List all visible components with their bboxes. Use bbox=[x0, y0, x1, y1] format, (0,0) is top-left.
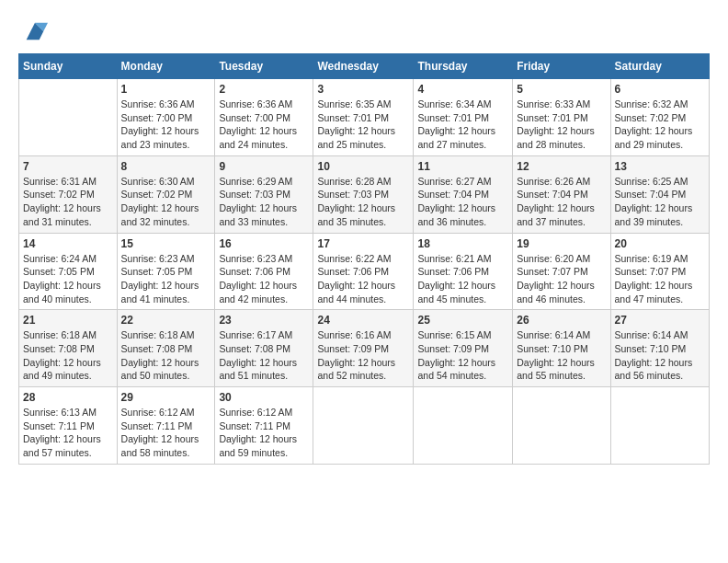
day-number: 15 bbox=[121, 237, 211, 250]
day-number: 29 bbox=[121, 391, 211, 404]
calendar-week-row: 1Sunrise: 6:36 AMSunset: 7:00 PMDaylight… bbox=[19, 79, 710, 156]
calendar-cell: 26Sunrise: 6:14 AMSunset: 7:10 PMDayligh… bbox=[513, 310, 610, 387]
weekday-header-row: SundayMondayTuesdayWednesdayThursdayFrid… bbox=[19, 54, 710, 79]
day-info: Sunrise: 6:19 AMSunset: 7:07 PMDaylight:… bbox=[615, 252, 705, 306]
day-info: Sunrise: 6:31 AMSunset: 7:02 PMDaylight:… bbox=[23, 175, 113, 229]
day-number: 28 bbox=[23, 391, 113, 404]
calendar-cell: 20Sunrise: 6:19 AMSunset: 7:07 PMDayligh… bbox=[610, 233, 709, 310]
weekday-header: Tuesday bbox=[215, 54, 313, 79]
day-number: 30 bbox=[219, 391, 309, 404]
day-number: 17 bbox=[317, 237, 409, 250]
calendar-cell bbox=[19, 79, 118, 156]
calendar-cell: 1Sunrise: 6:36 AMSunset: 7:00 PMDaylight… bbox=[117, 79, 215, 156]
day-info: Sunrise: 6:14 AMSunset: 7:10 PMDaylight:… bbox=[615, 328, 705, 383]
weekday-header: Thursday bbox=[414, 54, 513, 79]
day-number: 22 bbox=[121, 314, 211, 327]
calendar-cell: 4Sunrise: 6:34 AMSunset: 7:01 PMDaylight… bbox=[414, 79, 513, 156]
day-info: Sunrise: 6:17 AMSunset: 7:08 PMDaylight:… bbox=[219, 328, 309, 383]
calendar-cell: 8Sunrise: 6:30 AMSunset: 7:02 PMDaylight… bbox=[117, 155, 215, 233]
calendar-cell: 9Sunrise: 6:29 AMSunset: 7:03 PMDaylight… bbox=[215, 155, 313, 233]
day-number: 7 bbox=[23, 160, 113, 173]
day-number: 4 bbox=[417, 83, 508, 96]
day-number: 18 bbox=[417, 237, 508, 250]
day-info: Sunrise: 6:32 AMSunset: 7:02 PMDaylight:… bbox=[615, 98, 705, 152]
day-info: Sunrise: 6:26 AMSunset: 7:04 PMDaylight:… bbox=[517, 175, 606, 229]
day-info: Sunrise: 6:15 AMSunset: 7:09 PMDaylight:… bbox=[417, 328, 508, 383]
calendar-cell: 24Sunrise: 6:16 AMSunset: 7:09 PMDayligh… bbox=[313, 310, 414, 387]
calendar-cell: 25Sunrise: 6:15 AMSunset: 7:09 PMDayligh… bbox=[414, 310, 513, 387]
calendar-cell: 16Sunrise: 6:23 AMSunset: 7:06 PMDayligh… bbox=[215, 233, 313, 310]
weekday-header: Sunday bbox=[19, 54, 118, 79]
calendar-cell: 11Sunrise: 6:27 AMSunset: 7:04 PMDayligh… bbox=[414, 155, 513, 233]
day-number: 2 bbox=[219, 83, 309, 96]
day-info: Sunrise: 6:18 AMSunset: 7:08 PMDaylight:… bbox=[121, 328, 211, 383]
calendar-cell: 7Sunrise: 6:31 AMSunset: 7:02 PMDaylight… bbox=[19, 155, 118, 233]
calendar-cell: 14Sunrise: 6:24 AMSunset: 7:05 PMDayligh… bbox=[19, 233, 118, 310]
calendar-cell: 27Sunrise: 6:14 AMSunset: 7:10 PMDayligh… bbox=[610, 310, 709, 387]
day-number: 8 bbox=[121, 160, 211, 173]
calendar-cell: 2Sunrise: 6:36 AMSunset: 7:00 PMDaylight… bbox=[215, 79, 313, 156]
day-info: Sunrise: 6:35 AMSunset: 7:01 PMDaylight:… bbox=[317, 98, 409, 152]
day-info: Sunrise: 6:22 AMSunset: 7:06 PMDaylight:… bbox=[317, 252, 409, 306]
day-info: Sunrise: 6:20 AMSunset: 7:07 PMDaylight:… bbox=[517, 252, 606, 306]
calendar-cell: 29Sunrise: 6:12 AMSunset: 7:11 PMDayligh… bbox=[117, 387, 215, 465]
day-info: Sunrise: 6:14 AMSunset: 7:10 PMDaylight:… bbox=[517, 328, 606, 383]
calendar-cell: 28Sunrise: 6:13 AMSunset: 7:11 PMDayligh… bbox=[19, 387, 118, 465]
calendar-cell: 19Sunrise: 6:20 AMSunset: 7:07 PMDayligh… bbox=[513, 233, 610, 310]
day-number: 25 bbox=[417, 314, 508, 327]
calendar-cell: 22Sunrise: 6:18 AMSunset: 7:08 PMDayligh… bbox=[117, 310, 215, 387]
day-info: Sunrise: 6:13 AMSunset: 7:11 PMDaylight:… bbox=[23, 406, 113, 460]
calendar-cell: 13Sunrise: 6:25 AMSunset: 7:04 PMDayligh… bbox=[610, 155, 709, 233]
calendar-cell: 6Sunrise: 6:32 AMSunset: 7:02 PMDaylight… bbox=[610, 79, 709, 156]
calendar-cell: 21Sunrise: 6:18 AMSunset: 7:08 PMDayligh… bbox=[19, 310, 118, 387]
calendar-cell: 10Sunrise: 6:28 AMSunset: 7:03 PMDayligh… bbox=[313, 155, 414, 233]
day-info: Sunrise: 6:25 AMSunset: 7:04 PMDaylight:… bbox=[615, 175, 705, 229]
day-number: 3 bbox=[317, 83, 409, 96]
day-info: Sunrise: 6:28 AMSunset: 7:03 PMDaylight:… bbox=[317, 175, 409, 229]
weekday-header: Friday bbox=[513, 54, 610, 79]
day-info: Sunrise: 6:23 AMSunset: 7:06 PMDaylight:… bbox=[219, 252, 309, 306]
day-info: Sunrise: 6:33 AMSunset: 7:01 PMDaylight:… bbox=[517, 98, 606, 152]
calendar-week-row: 21Sunrise: 6:18 AMSunset: 7:08 PMDayligh… bbox=[19, 310, 710, 387]
calendar-week-row: 7Sunrise: 6:31 AMSunset: 7:02 PMDaylight… bbox=[19, 155, 710, 233]
day-number: 19 bbox=[517, 237, 606, 250]
weekday-header: Wednesday bbox=[313, 54, 414, 79]
day-number: 6 bbox=[615, 83, 705, 96]
calendar-cell: 5Sunrise: 6:33 AMSunset: 7:01 PMDaylight… bbox=[513, 79, 610, 156]
day-number: 9 bbox=[219, 160, 309, 173]
day-number: 24 bbox=[317, 314, 409, 327]
day-info: Sunrise: 6:30 AMSunset: 7:02 PMDaylight:… bbox=[121, 175, 211, 229]
day-number: 10 bbox=[317, 160, 409, 173]
day-number: 21 bbox=[23, 314, 113, 327]
day-info: Sunrise: 6:29 AMSunset: 7:03 PMDaylight:… bbox=[219, 175, 309, 229]
day-number: 13 bbox=[615, 160, 705, 173]
day-number: 5 bbox=[517, 83, 606, 96]
calendar-cell bbox=[414, 387, 513, 465]
day-number: 14 bbox=[23, 237, 113, 250]
day-info: Sunrise: 6:18 AMSunset: 7:08 PMDaylight:… bbox=[23, 328, 113, 383]
calendar-cell: 18Sunrise: 6:21 AMSunset: 7:06 PMDayligh… bbox=[414, 233, 513, 310]
day-info: Sunrise: 6:24 AMSunset: 7:05 PMDaylight:… bbox=[23, 252, 113, 306]
calendar-cell: 3Sunrise: 6:35 AMSunset: 7:01 PMDaylight… bbox=[313, 79, 414, 156]
day-info: Sunrise: 6:36 AMSunset: 7:00 PMDaylight:… bbox=[121, 98, 211, 152]
calendar-cell bbox=[610, 387, 709, 465]
day-info: Sunrise: 6:27 AMSunset: 7:04 PMDaylight:… bbox=[417, 175, 508, 229]
calendar-cell: 12Sunrise: 6:26 AMSunset: 7:04 PMDayligh… bbox=[513, 155, 610, 233]
day-info: Sunrise: 6:12 AMSunset: 7:11 PMDaylight:… bbox=[219, 406, 309, 460]
day-number: 27 bbox=[615, 314, 705, 327]
calendar-cell: 17Sunrise: 6:22 AMSunset: 7:06 PMDayligh… bbox=[313, 233, 414, 310]
day-info: Sunrise: 6:36 AMSunset: 7:00 PMDaylight:… bbox=[219, 98, 309, 152]
weekday-header: Monday bbox=[117, 54, 215, 79]
logo bbox=[18, 18, 48, 44]
day-number: 11 bbox=[417, 160, 508, 173]
weekday-header: Saturday bbox=[610, 54, 709, 79]
calendar-table: SundayMondayTuesdayWednesdayThursdayFrid… bbox=[18, 53, 710, 465]
day-number: 20 bbox=[615, 237, 705, 250]
day-number: 16 bbox=[219, 237, 309, 250]
calendar-week-row: 14Sunrise: 6:24 AMSunset: 7:05 PMDayligh… bbox=[19, 233, 710, 310]
calendar-cell: 15Sunrise: 6:23 AMSunset: 7:05 PMDayligh… bbox=[117, 233, 215, 310]
page-header bbox=[18, 18, 710, 44]
day-info: Sunrise: 6:16 AMSunset: 7:09 PMDaylight:… bbox=[317, 328, 409, 383]
day-info: Sunrise: 6:23 AMSunset: 7:05 PMDaylight:… bbox=[121, 252, 211, 306]
calendar-cell bbox=[513, 387, 610, 465]
